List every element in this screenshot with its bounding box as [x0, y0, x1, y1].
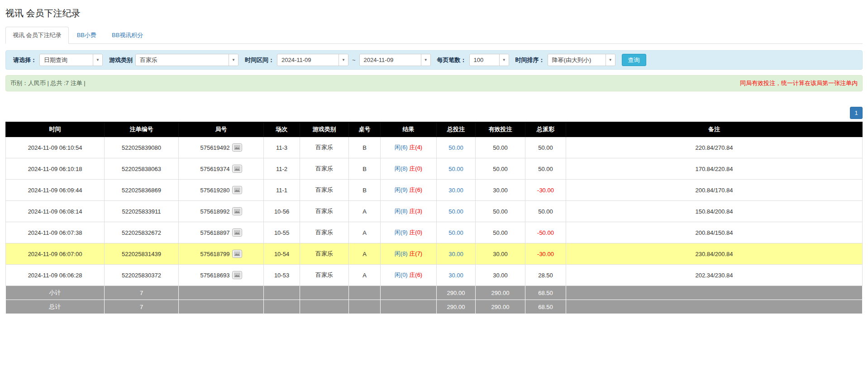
tab-bb-video-points[interactable]: BB视讯积分 — [105, 27, 150, 44]
table-row: 2024-11-09 06:10:18522025838063575619374… — [6, 158, 863, 180]
cell-result: 闲(9) 庄(0) — [381, 222, 437, 243]
video-replay-icon[interactable] — [232, 207, 242, 215]
cell-valid-bet: 50.00 — [476, 222, 525, 243]
result-player: 闲(9) — [395, 186, 408, 193]
cell-payout: 50.00 — [525, 137, 566, 158]
search-button[interactable]: 查询 — [622, 54, 646, 66]
round-number: 575619492 — [200, 144, 229, 151]
video-replay-icon[interactable] — [232, 186, 242, 194]
result-player: 闲(8) — [395, 208, 408, 214]
page-title: 视讯 会员下注纪录 — [5, 7, 863, 19]
cell-time: 2024-11-09 06:08:14 — [6, 201, 105, 222]
result-player: 闲(9) — [395, 229, 408, 236]
empty-cell — [566, 300, 863, 314]
subtotal-count: 7 — [105, 286, 179, 300]
cell-note: 230.84/200.84 — [566, 243, 863, 265]
empty-cell — [349, 286, 381, 300]
cell-game-type: 百家乐 — [300, 158, 349, 180]
total-bet-link[interactable]: 30.00 — [448, 272, 463, 279]
cell-round: 575618799 — [179, 243, 264, 265]
header-session: 场次 — [264, 122, 300, 137]
tab-bar: 视讯 会员下注纪录 BB小费 BB视讯积分 — [5, 27, 863, 44]
cell-time: 2024-11-09 06:07:38 — [6, 222, 105, 243]
page-1-button[interactable]: 1 — [850, 107, 863, 119]
cell-result: 闲(6) 庄(4) — [381, 137, 437, 158]
header-total-bet: 总投注 — [437, 122, 476, 137]
video-replay-icon[interactable] — [232, 271, 242, 279]
bet-table-body: 2024-11-09 06:10:54522025839080575619492… — [6, 137, 863, 286]
game-type-select[interactable]: 百家乐 ▼ — [135, 54, 238, 66]
cell-payout: -30.00 — [525, 180, 566, 201]
total-bet-link[interactable]: 50.00 — [448, 144, 463, 151]
cell-session: 11-3 — [264, 137, 300, 158]
cell-round: 575619374 — [179, 158, 264, 180]
sort-order-value: 降幂(由大到小) — [548, 56, 606, 64]
tab-bb-tips[interactable]: BB小费 — [70, 27, 104, 44]
chevron-down-icon: ▼ — [421, 54, 430, 66]
cell-bet-id: 522025832672 — [105, 222, 179, 243]
result-banker: 庄(0) — [409, 165, 422, 172]
round-number: 575618693 — [200, 272, 229, 279]
subtotal-row: 小计 7 290.00 290.00 68.50 — [6, 286, 863, 300]
video-replay-icon[interactable] — [232, 250, 242, 258]
cell-bet-id: 522025839080 — [105, 137, 179, 158]
cell-table-no: A — [349, 265, 381, 286]
query-type-value: 日期查询 — [40, 56, 93, 64]
cell-time: 2024-11-09 06:10:18 — [6, 158, 105, 180]
round-number: 575619374 — [200, 166, 229, 172]
result-player: 闲(6) — [395, 144, 408, 151]
cell-round: 575618897 — [179, 222, 264, 243]
total-bet-link[interactable]: 50.00 — [448, 208, 463, 215]
cell-game-type: 百家乐 — [300, 222, 349, 243]
cell-payout: 50.00 — [525, 201, 566, 222]
cell-session: 10-53 — [264, 265, 300, 286]
video-replay-icon[interactable] — [232, 228, 242, 237]
cell-game-type: 百家乐 — [300, 180, 349, 201]
cell-game-type: 百家乐 — [300, 201, 349, 222]
filter-bar: 请选择： 日期查询 ▼ 游戏类别 百家乐 ▼ 时间区间： 2024-11-09 … — [5, 50, 863, 70]
cell-bet-id: 522025831439 — [105, 243, 179, 265]
result-banker: 庄(4) — [409, 144, 422, 151]
cell-table-no: B — [349, 137, 381, 158]
cell-payout: 50.00 — [525, 158, 566, 180]
tab-betting-records[interactable]: 视讯 会员下注纪录 — [5, 27, 69, 44]
empty-cell — [300, 286, 349, 300]
date-to-select[interactable]: 2024-11-09 ▼ — [359, 54, 431, 66]
total-bet-link[interactable]: 50.00 — [448, 229, 463, 236]
chevron-down-icon: ▼ — [606, 54, 615, 66]
date-from-select[interactable]: 2024-11-09 ▼ — [277, 54, 348, 66]
page-size-value: 100 — [470, 57, 499, 63]
cell-table-no: B — [349, 158, 381, 180]
header-table-no: 桌号 — [349, 122, 381, 137]
game-type-label: 游戏类别 — [109, 56, 133, 64]
cell-time: 2024-11-09 06:06:28 — [6, 265, 105, 286]
page-root: 视讯 会员下注纪录 视讯 会员下注纪录 BB小费 BB视讯积分 请选择： 日期查… — [0, 0, 868, 371]
video-replay-icon[interactable] — [232, 165, 242, 173]
round-number: 575618799 — [200, 251, 229, 257]
total-bet-link[interactable]: 30.00 — [448, 251, 463, 257]
cell-round: 575619492 — [179, 137, 264, 158]
total-bet-link[interactable]: 30.00 — [448, 187, 463, 194]
video-replay-icon[interactable] — [232, 143, 242, 152]
table-row: 2024-11-09 06:10:54522025839080575619492… — [6, 137, 863, 158]
cell-note: 200.84/150.84 — [566, 222, 863, 243]
empty-cell — [300, 300, 349, 314]
cell-game-type: 百家乐 — [300, 243, 349, 265]
cell-valid-bet: 50.00 — [476, 137, 525, 158]
cell-session: 10-56 — [264, 201, 300, 222]
query-type-select[interactable]: 日期查询 ▼ — [39, 54, 103, 66]
cell-valid-bet: 50.00 — [476, 201, 525, 222]
cell-result: 闲(8) 庄(0) — [381, 158, 437, 180]
cell-bet-id: 522025836869 — [105, 180, 179, 201]
page-size-select[interactable]: 100 ▼ — [469, 54, 509, 66]
grand-total-row: 总计 7 290.00 290.00 68.50 — [6, 300, 863, 314]
date-separator: ~ — [351, 57, 357, 63]
chevron-down-icon: ▼ — [229, 54, 238, 66]
header-bet-id: 注单编号 — [105, 122, 179, 137]
subtotal-payout: 68.50 — [525, 286, 566, 300]
page-size-label: 每页笔数： — [437, 56, 467, 64]
cell-bet-id: 522025838063 — [105, 158, 179, 180]
sort-order-select[interactable]: 降幂(由大到小) ▼ — [548, 54, 615, 66]
grand-total-count: 7 — [105, 300, 179, 314]
total-bet-link[interactable]: 50.00 — [448, 166, 463, 172]
